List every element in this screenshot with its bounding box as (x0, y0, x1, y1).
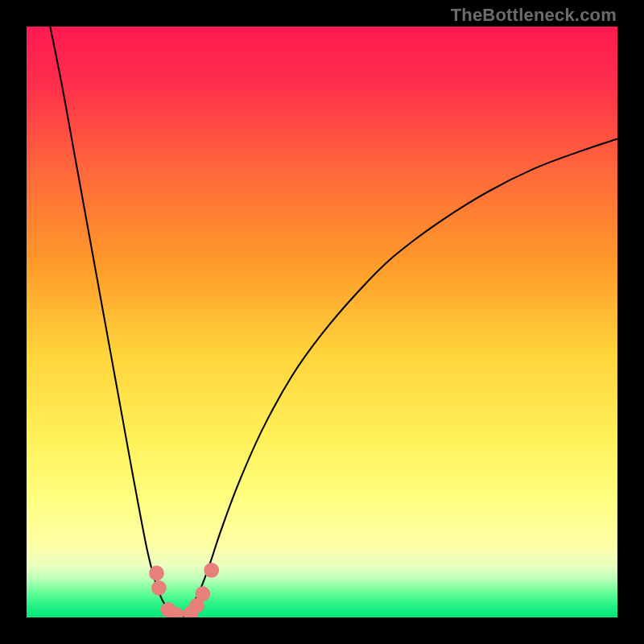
chart-frame: TheBottleneck.com (0, 0, 644, 644)
plot-area (27, 27, 617, 617)
data-point-marker (169, 608, 184, 617)
data-point-marker (150, 566, 164, 580)
data-point-marker (204, 563, 219, 577)
data-point-marker (152, 580, 167, 595)
watermark-text: TheBottleneck.com (451, 5, 617, 26)
data-point-markers (27, 27, 617, 617)
data-point-marker (196, 587, 210, 601)
